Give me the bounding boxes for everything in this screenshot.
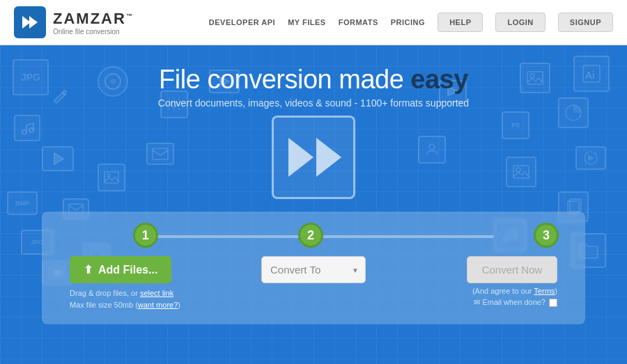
svg-marker-1 (29, 16, 38, 29)
nav-my-files[interactable]: MY FILES (288, 18, 326, 26)
step-col-2: Convert To (232, 256, 394, 283)
login-button[interactable]: LOGIN (495, 13, 545, 32)
convert-now-button[interactable]: Convert Now (467, 256, 557, 283)
terms-link[interactable]: Terms (534, 287, 555, 295)
email-note: ✉ Email when done? (474, 298, 557, 307)
step-circle-3: 3 (534, 223, 559, 248)
step-col-1: ⬆ Add Files... Drag & drop files, or sel… (63, 256, 232, 310)
email-checkbox[interactable] (549, 299, 557, 307)
step-widget: 1 2 3 ⬆ Add Files... (42, 212, 585, 324)
center-icon-box (272, 116, 355, 199)
convert-to-select[interactable]: Convert To (261, 256, 366, 283)
steps-header-row: 1 2 3 (63, 223, 564, 248)
hero-subtitle: Convert documents, images, videos & soun… (0, 97, 627, 109)
nav-area: DEVELOPER API MY FILES FORMATS PRICING H… (209, 13, 613, 32)
nav-developer-api[interactable]: DEVELOPER API (209, 18, 275, 26)
want-more-link[interactable]: want more? (138, 301, 178, 309)
header: ZAMZAR™ Online file conversion DEVELOPER… (0, 0, 627, 45)
step1-note: Drag & drop files, or select link Max fi… (70, 287, 180, 310)
nav-pricing[interactable]: PRICING (391, 18, 425, 26)
help-button[interactable]: HELP (438, 13, 483, 32)
nav-formats[interactable]: FORMATS (339, 18, 378, 26)
svg-rect-23 (570, 199, 581, 212)
logo-name: ZAMZAR™ (53, 10, 134, 28)
logo-tagline: Online file conversion (53, 28, 134, 35)
ff-triangle-2 (316, 138, 341, 177)
logo-area: ZAMZAR™ Online file conversion (14, 6, 134, 38)
step-circle-2: 2 (298, 223, 323, 248)
terms-note: (And agree to our Terms) (472, 287, 557, 295)
hero-section: File conversion made easy Convert docume… (0, 45, 627, 199)
select-link[interactable]: select link (140, 289, 173, 297)
step-circle-1: 1 (133, 223, 158, 248)
convert-to-wrapper: Convert To (261, 256, 366, 283)
logo-icon (14, 6, 46, 38)
ff-triangle-1 (288, 138, 314, 177)
signup-button[interactable]: SIGNUP (558, 13, 613, 32)
center-logo-icon (272, 116, 355, 199)
step-col-3: Convert Now (And agree to our Terms) ✉ E… (395, 256, 564, 307)
steps-content: ⬆ Add Files... Drag & drop files, or sel… (63, 256, 564, 310)
logo-text-area: ZAMZAR™ Online file conversion (53, 10, 134, 35)
hero-title: File conversion made easy (0, 65, 627, 95)
main-area: JPG BMP JPG Ai (0, 45, 627, 364)
fast-forward-icon (286, 138, 341, 177)
upload-icon: ⬆ (84, 263, 93, 276)
add-files-button[interactable]: ⬆ Add Files... (70, 256, 171, 283)
